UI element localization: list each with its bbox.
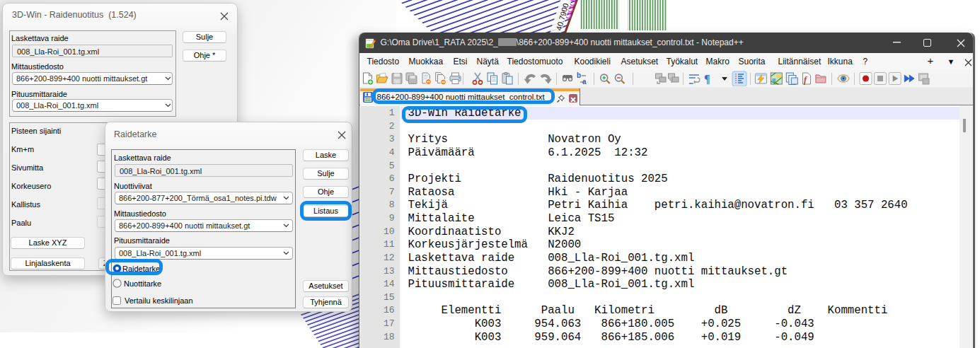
svg-text:b: b [577, 71, 581, 79]
svg-text:¶: ¶ [704, 73, 710, 85]
